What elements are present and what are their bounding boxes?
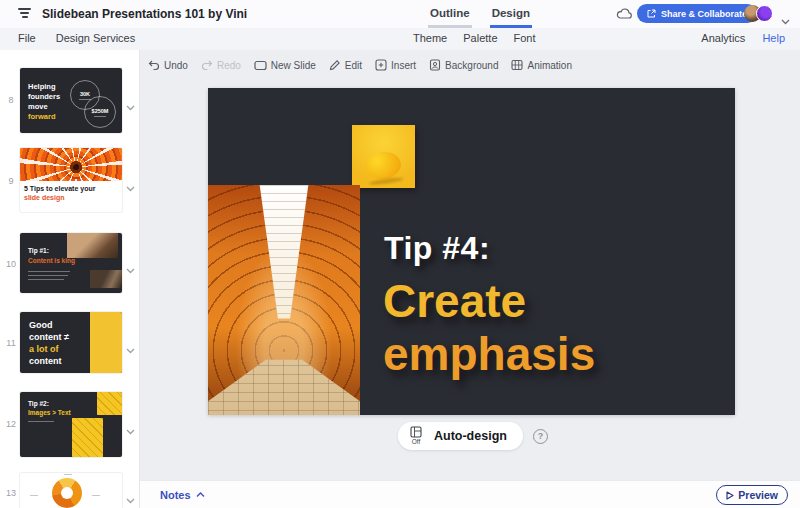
redo-icon xyxy=(201,60,213,71)
slide-headline-line2[interactable]: emphasis xyxy=(383,331,595,377)
lemon-image[interactable] xyxy=(352,125,415,188)
background-button[interactable]: Background xyxy=(429,59,498,71)
menu-analytics[interactable]: Analytics xyxy=(701,32,745,44)
animation-button[interactable]: Animation xyxy=(511,59,571,71)
slidebean-editor: Slidebean Presentations 101 by Vini Outl… xyxy=(0,0,800,508)
thumb-text: move xyxy=(28,102,60,112)
slide-thumbnail-9[interactable]: 5 Tips to elevate your slide design xyxy=(20,148,122,212)
preview-label: Preview xyxy=(738,489,778,501)
yellow-image xyxy=(97,392,122,415)
slide-options-chevron-icon[interactable] xyxy=(126,97,135,115)
thumb-text: Helping xyxy=(28,82,60,92)
account-chevron-down-icon[interactable] xyxy=(781,11,790,29)
staircase-image xyxy=(20,148,122,181)
slide-number: 13 xyxy=(5,488,17,498)
slide-options-chevron-icon[interactable] xyxy=(126,421,135,439)
slide-thumbnail-13[interactable] xyxy=(20,473,122,508)
edit-button[interactable]: Edit xyxy=(329,59,362,71)
menu-help[interactable]: Help xyxy=(762,32,785,44)
slide-thumbnail-8[interactable]: Helping founders move forward 30K $250M xyxy=(20,68,122,133)
play-icon xyxy=(726,491,734,500)
auto-design-state: Off xyxy=(412,439,421,446)
undo-button[interactable]: Undo xyxy=(148,60,188,71)
slide-thumbnail-11[interactable]: Good content ≠ a lot of content xyxy=(20,312,122,373)
slide-options-chevron-icon[interactable] xyxy=(126,178,135,196)
bottom-bar: Notes Preview xyxy=(140,480,800,508)
donut-chart xyxy=(52,478,82,508)
help-question-icon[interactable]: ? xyxy=(533,429,548,444)
user-avatars[interactable] xyxy=(744,5,776,23)
slide-thumbnail-panel: 8 Helping founders move forward 30K $250… xyxy=(0,50,140,508)
slide-tip-label[interactable]: Tip #4: xyxy=(384,232,490,264)
insert-button[interactable]: Insert xyxy=(375,59,416,71)
thumb-text-accent: forward xyxy=(28,112,60,122)
hands-image xyxy=(90,270,122,288)
thumb-text-accent: Content is king xyxy=(28,257,75,264)
stat-circle: $250M xyxy=(84,96,116,128)
yellow-block xyxy=(90,312,122,373)
menu-file[interactable]: File xyxy=(18,32,36,44)
menu-bar: File Design Services Theme Palette Font … xyxy=(0,28,800,50)
thumb-text-accent: slide design xyxy=(24,194,64,201)
thumb-text: Good xyxy=(29,319,69,331)
background-image-icon xyxy=(429,59,441,71)
avatar[interactable] xyxy=(756,5,773,22)
thumb-text: founders xyxy=(28,92,60,102)
auto-design-label: Auto-design xyxy=(434,429,507,443)
menu-palette[interactable]: Palette xyxy=(463,32,497,44)
slide-number: 11 xyxy=(5,338,17,348)
thumb-text: 5 Tips to elevate your xyxy=(24,185,95,192)
animation-icon xyxy=(511,59,523,71)
cloud-sync-icon[interactable] xyxy=(616,6,633,24)
document-title: Slidebean Presentations 101 by Vini xyxy=(42,7,247,21)
undo-icon xyxy=(148,60,160,71)
yellow-image xyxy=(72,418,103,457)
notes-label: Notes xyxy=(160,489,191,501)
slide-thumbnail-12[interactable]: Tip #2: Images > Text xyxy=(20,392,122,457)
thumb-text-accent: a lot of xyxy=(29,343,69,355)
thumb-text-accent: Images > Text xyxy=(28,409,71,416)
slide-options-chevron-icon[interactable] xyxy=(126,340,135,358)
slide-canvas[interactable]: Tip #4: Create emphasis xyxy=(208,88,735,415)
share-button-label: Share & Collaborate xyxy=(661,9,747,19)
slide-number: 12 xyxy=(5,419,17,429)
editing-toolbar: Undo Redo New Slide Edit Insert Backgrou… xyxy=(148,59,572,71)
thumb-text: content ≠ xyxy=(29,331,69,343)
menu-icon[interactable] xyxy=(18,8,31,19)
menu-design-services[interactable]: Design Services xyxy=(56,32,135,44)
layout-icon xyxy=(410,426,422,438)
new-slide-icon xyxy=(254,60,267,71)
slide-thumbnail-10[interactable]: Tip #1: Content is king xyxy=(20,233,122,293)
edit-pencil-icon xyxy=(329,59,341,71)
preview-button[interactable]: Preview xyxy=(716,485,788,505)
share-collaborate-button[interactable]: Share & Collaborate xyxy=(637,4,757,23)
slide-headline-line1[interactable]: Create xyxy=(383,278,526,324)
slide-number: 8 xyxy=(5,95,17,105)
auto-design-control: Off Auto-design ? xyxy=(398,422,548,450)
auto-design-toggle[interactable]: Off Auto-design xyxy=(398,422,523,450)
tab-outline[interactable]: Outline xyxy=(428,0,472,28)
new-slide-button[interactable]: New Slide xyxy=(254,60,316,71)
thumb-text: Tip #1: xyxy=(28,247,49,254)
tunnel-image[interactable] xyxy=(208,185,360,415)
notes-toggle[interactable]: Notes xyxy=(160,489,205,501)
top-header: Slidebean Presentations 101 by Vini Outl… xyxy=(0,0,800,28)
slide-number: 10 xyxy=(5,259,17,269)
view-tabs: Outline Design xyxy=(428,0,532,28)
share-icon xyxy=(647,9,656,18)
slide-options-chevron-icon[interactable] xyxy=(126,260,135,278)
redo-button[interactable]: Redo xyxy=(201,60,241,71)
tab-design[interactable]: Design xyxy=(490,0,532,28)
slide-number: 9 xyxy=(5,176,17,186)
thumb-text: content xyxy=(29,355,69,367)
slide-options-chevron-icon[interactable] xyxy=(126,490,135,508)
desk-image xyxy=(67,233,118,258)
menu-theme[interactable]: Theme xyxy=(413,32,447,44)
caret-up-icon xyxy=(196,492,205,498)
thumb-text: Tip #2: xyxy=(28,400,49,407)
editor-main: Undo Redo New Slide Edit Insert Backgrou… xyxy=(140,50,800,508)
insert-plus-icon xyxy=(375,59,387,71)
menu-font[interactable]: Font xyxy=(514,32,536,44)
